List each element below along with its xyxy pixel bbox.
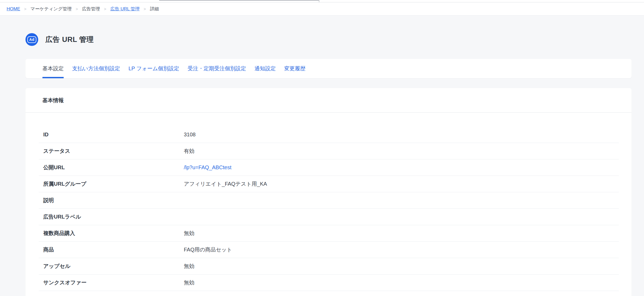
breadcrumb-separator: > (76, 7, 78, 11)
breadcrumb-separator: > (104, 7, 106, 11)
breadcrumb-link: 詳細 (150, 6, 159, 12)
tab[interactable]: 支払い方法個別設定 (72, 59, 120, 78)
breadcrumb-item: > 広告 URL 管理 (100, 6, 140, 12)
row-label: サンクスオファー (39, 279, 184, 286)
breadcrumb-item: > HOME (7, 6, 20, 12)
row-value: アフィリエイト_FAQテスト用_KA (184, 180, 267, 188)
ad-badge-icon: Ad (25, 33, 38, 46)
row-label: 説明 (39, 197, 184, 204)
row-label: アップセル (39, 263, 184, 270)
breadcrumb-link: マーケティング管理 (31, 6, 72, 12)
tab[interactable]: 受注・定期受注個別設定 (188, 59, 246, 78)
row-label: ステータス (39, 147, 184, 155)
table-row: サンクスオファー 無効 (39, 275, 619, 291)
top-edge-strip (0, 0, 644, 2)
page: Ad 広告 URL 管理 基本設定 支払い方法個別設定 LP フォーム個別設定 … (0, 33, 644, 296)
table-row: アップセル 無効 (39, 258, 619, 275)
table-row: 所属URLグループ アフィリエイト_FAQテスト用_KA (39, 176, 619, 192)
breadcrumb-link[interactable]: HOME (7, 6, 20, 12)
row-value: 無効 (184, 279, 194, 286)
top-edge-tick (319, 0, 319, 2)
row-label: 所属URLグループ (39, 180, 184, 188)
row-label: 広告URLラベル (39, 213, 184, 220)
info-table: ID 3108 ステータス 有効 公開URL /lp?u=FAQ_ABCtest… (25, 113, 632, 291)
breadcrumb: > HOME > マーケティング管理 > 広告管理 > 広告 URL 管理 > … (0, 2, 644, 16)
table-row: 広告URLラベル (39, 209, 619, 225)
basic-info-card: 基本情報 ID 3108 ステータス 有効 公開URL /lp?u=FAQ_AB… (25, 88, 632, 296)
table-row: 公開URL /lp?u=FAQ_ABCtest (39, 159, 619, 176)
ad-badge-icon-label: Ad (27, 36, 36, 43)
tab-bar: 基本設定 支払い方法個別設定 LP フォーム個別設定 受注・定期受注個別設定 通… (25, 59, 632, 78)
page-header: Ad 広告 URL 管理 (25, 33, 632, 46)
row-value: FAQ用の商品セット (184, 246, 232, 253)
row-value: 3108 (184, 132, 196, 138)
breadcrumb-link[interactable]: 広告 URL 管理 (110, 6, 140, 12)
table-row: 複数商品購入 無効 (39, 225, 619, 242)
table-row: 説明 (39, 192, 619, 209)
breadcrumb-separator: > (144, 7, 146, 11)
row-value[interactable]: /lp?u=FAQ_ABCtest (184, 164, 232, 171)
row-value: 無効 (184, 230, 194, 237)
row-label: 商品 (39, 246, 184, 253)
breadcrumb-link: 広告管理 (82, 6, 100, 12)
tab[interactable]: 基本設定 (42, 59, 64, 78)
row-label: 複数商品購入 (39, 230, 184, 237)
section-title: 基本情報 (25, 88, 632, 113)
row-value: 有効 (184, 147, 194, 155)
breadcrumb-separator: > (24, 7, 27, 11)
table-row: 商品 FAQ用の商品セット (39, 242, 619, 258)
tab[interactable]: 変更履歴 (284, 59, 306, 78)
breadcrumb-item: > 詳細 (140, 6, 159, 12)
breadcrumb-item: > 広告管理 (72, 6, 100, 12)
top-edge-dark-segment (159, 0, 319, 1)
tab[interactable]: LP フォーム個別設定 (128, 59, 179, 78)
row-value: 無効 (184, 263, 194, 270)
tab[interactable]: 通知設定 (255, 59, 276, 78)
table-row: ステータス 有効 (39, 143, 619, 159)
row-label: 公開URL (39, 164, 184, 171)
row-label: ID (39, 132, 184, 138)
breadcrumb-item: > マーケティング管理 (20, 6, 72, 12)
table-row: ID 3108 (39, 127, 619, 143)
page-title: 広告 URL 管理 (45, 35, 94, 44)
